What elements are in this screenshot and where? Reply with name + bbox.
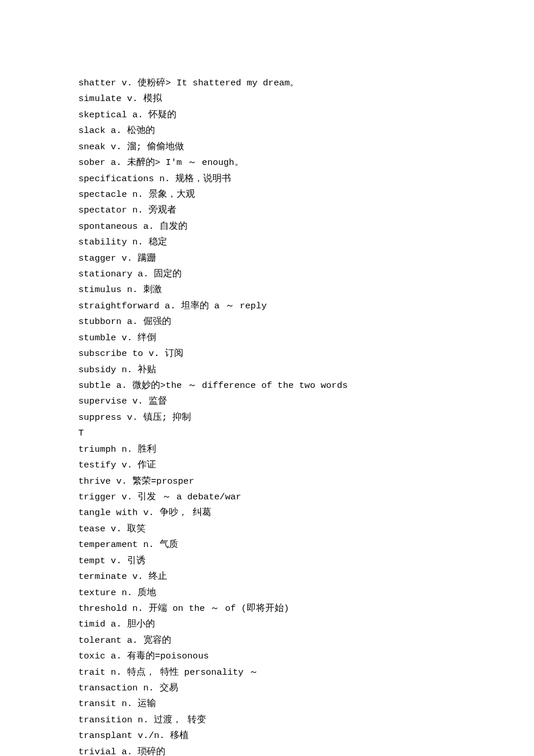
part-of-speech: v. — [116, 476, 127, 487]
definition: 终止 — [149, 571, 167, 582]
vocab-entry: shatter v. 使粉碎> It shattered my dream。 — [78, 75, 534, 91]
definition: 松弛的 — [127, 125, 155, 136]
word: testify — [78, 460, 116, 470]
vocab-entry: trivial a. 琐碎的 — [78, 744, 534, 756]
word: subtle — [78, 380, 111, 391]
definition: 稳定 — [149, 237, 167, 247]
word: slack — [78, 125, 106, 136]
vocab-entry: tease v. 取笑 — [78, 521, 534, 537]
part-of-speech: n. — [111, 667, 122, 678]
vocab-entry: stationary a. 固定的 — [78, 267, 534, 282]
vocab-entry: supervise v. 监督 — [78, 394, 534, 409]
vocab-entry: T — [78, 426, 534, 441]
part-of-speech: v. — [127, 93, 138, 104]
word: simulate — [78, 93, 121, 104]
part-of-speech: a. — [165, 301, 176, 311]
vocab-entry: specifications n. 规格，说明书 — [78, 171, 534, 187]
definition: 使粉碎> It shattered my dream。 — [138, 78, 299, 88]
word: T — [78, 428, 84, 438]
vocab-entry: sober a. 未醉的> I'm ～ enough。 — [78, 155, 534, 171]
definition: 规格，说明书 — [175, 174, 231, 184]
part-of-speech: v./n. — [138, 730, 165, 741]
word: stagger — [78, 253, 116, 264]
vocab-entry: threshold n. 开端 on the ～ of (即将开始) — [78, 601, 534, 617]
part-of-speech: a. — [143, 221, 154, 232]
definition: 有毒的=poisonous — [127, 651, 209, 661]
part-of-speech: v. — [143, 507, 154, 518]
part-of-speech: n. — [127, 285, 138, 295]
part-of-speech: a. — [132, 110, 143, 120]
definition: 胆小的 — [127, 619, 155, 629]
vocab-entry: toxic a. 有毒的=poisonous — [78, 649, 534, 664]
vocab-entry: transplant v./n. 移植 — [78, 728, 534, 744]
vocab-entry: stumble v. 绊倒 — [78, 330, 534, 346]
word: tease — [78, 524, 106, 534]
vocab-entry: spontaneous a. 自发的 — [78, 219, 534, 235]
word: subscribe to — [78, 348, 143, 359]
word: tangle with — [78, 507, 138, 518]
word: texture — [78, 588, 116, 598]
definition: 坦率的 a ～ reply — [181, 301, 267, 311]
part-of-speech: n. — [121, 365, 132, 375]
part-of-speech: v. — [132, 571, 143, 582]
definition: 自发的 — [160, 221, 187, 232]
word: threshold — [78, 603, 127, 614]
vocab-entry: transaction n. 交易 — [78, 681, 534, 696]
vocab-entry: stagger v. 蹒跚 — [78, 251, 534, 267]
definition: 怀疑的 — [149, 110, 176, 120]
definition: 质地 — [138, 588, 156, 598]
word: skeptical — [78, 110, 127, 120]
vocab-entry: skeptical a. 怀疑的 — [78, 107, 534, 123]
word: transit — [78, 699, 116, 709]
word: suppress — [78, 412, 121, 423]
definition: 监督 — [149, 396, 167, 406]
word: temperament — [78, 539, 138, 550]
definition: 宽容的 — [143, 635, 171, 646]
part-of-speech: a. — [127, 635, 138, 646]
word: specifications — [78, 174, 154, 184]
definition: 旁观者 — [149, 205, 176, 215]
part-of-speech: v. — [121, 253, 132, 264]
definition: 过渡， 转变 — [154, 715, 205, 725]
definition: 争吵， 纠葛 — [160, 507, 211, 518]
vocab-entry: sneak v. 溜; 偷偷地做 — [78, 139, 534, 155]
definition: 琐碎的 — [138, 747, 165, 756]
word: toxic — [78, 651, 106, 661]
vocab-entry: trigger v. 引发 ～ a debate/war — [78, 489, 534, 505]
word: spectacle — [78, 189, 127, 200]
definition: 引诱 — [127, 556, 146, 566]
word: tempt — [78, 556, 106, 566]
vocab-entry: tangle with v. 争吵， 纠葛 — [78, 505, 534, 521]
word: transition — [78, 715, 132, 725]
definition: 移植 — [170, 730, 189, 741]
document-page: shatter v. 使粉碎> It shattered my dream。si… — [0, 0, 534, 756]
vocab-entry: temperament n. 气质 — [78, 537, 534, 553]
definition: 微妙的>the ～ difference of the two words — [132, 380, 348, 391]
part-of-speech: a. — [138, 269, 149, 279]
word: sneak — [78, 142, 106, 152]
definition: 模拟 — [143, 93, 162, 104]
definition: 景象，大观 — [149, 189, 195, 200]
part-of-speech: v. — [111, 524, 122, 534]
definition: 绊倒 — [138, 333, 156, 343]
word: trivial — [78, 747, 116, 756]
part-of-speech: a. — [116, 380, 127, 391]
part-of-speech: v. — [149, 348, 160, 359]
vocab-entry: spectacle n. 景象，大观 — [78, 187, 534, 203]
part-of-speech: n. — [143, 539, 154, 550]
word: trigger — [78, 492, 116, 502]
vocab-entry: subsidy n. 补贴 — [78, 362, 534, 378]
word: supervise — [78, 396, 127, 406]
vocab-entry: stimulus n. 刺激 — [78, 282, 534, 298]
vocab-entry: slack a. 松弛的 — [78, 123, 534, 139]
vocabulary-list: shatter v. 使粉碎> It shattered my dream。si… — [78, 75, 534, 756]
part-of-speech: v. — [132, 396, 143, 406]
word: sober — [78, 157, 106, 168]
part-of-speech: n. — [132, 603, 143, 614]
word: tolerant — [78, 635, 121, 646]
definition: 订阅 — [165, 348, 183, 359]
part-of-speech: n. — [132, 237, 143, 247]
part-of-speech: a. — [111, 125, 122, 136]
vocab-entry: simulate v. 模拟 — [78, 91, 534, 107]
word: subsidy — [78, 365, 116, 375]
